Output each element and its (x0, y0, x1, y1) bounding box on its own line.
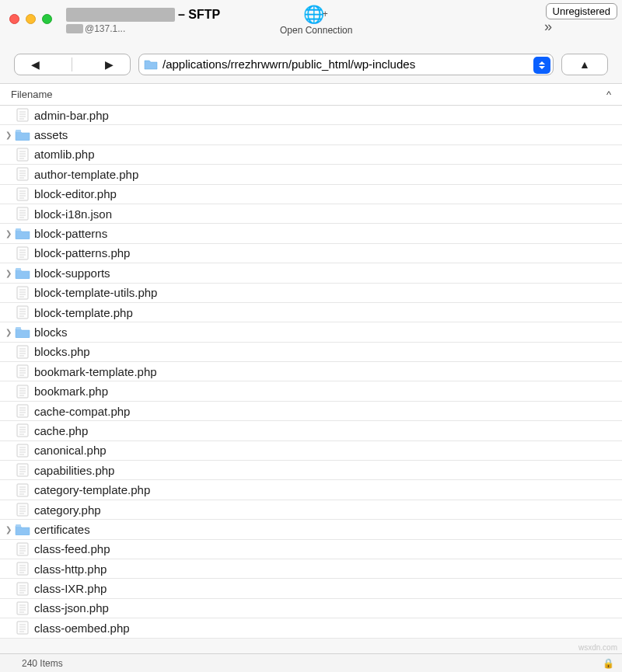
folder-icon (14, 129, 31, 141)
disclosure-triangle-icon[interactable]: ❯ (3, 525, 14, 534)
file-row[interactable]: ❯block-supports (0, 263, 622, 283)
svg-rect-38 (17, 306, 28, 319)
file-icon (14, 562, 31, 576)
file-name: block-editor.php (31, 187, 117, 200)
navigation-toolbar: ◀ ▶ ▲ (0, 50, 622, 84)
file-name: cache-compat.php (31, 405, 130, 418)
file-row[interactable]: class-json.php (0, 599, 622, 618)
file-row[interactable]: class-oembed.php (0, 618, 622, 638)
go-up-button[interactable]: ▲ (561, 54, 608, 75)
file-row[interactable]: cache-compat.php (0, 402, 622, 421)
file-name: certificates (31, 523, 90, 536)
file-name: block-template.php (31, 306, 133, 319)
file-icon (14, 305, 31, 319)
open-connection-button[interactable]: 🌐+ Open Connection (280, 5, 352, 36)
file-row[interactable]: block-template-utils.php (0, 284, 622, 303)
svg-rect-105 (17, 602, 28, 615)
file-name: block-patterns (31, 227, 107, 240)
file-icon (14, 385, 31, 399)
toolbar-overflow-button[interactable]: » (544, 19, 552, 35)
status-bar: 240 Items 🔒 (0, 653, 622, 672)
file-row[interactable]: admin-bar.php (0, 106, 622, 125)
disclosure-triangle-icon[interactable]: ❯ (3, 328, 14, 336)
svg-rect-27 (17, 247, 28, 259)
connection-name-redacted (66, 8, 175, 22)
svg-rect-21 (17, 207, 28, 220)
file-row[interactable]: block-i18n.json (0, 204, 622, 224)
path-bar[interactable] (138, 54, 554, 75)
folder-icon (14, 267, 31, 279)
file-row[interactable]: class-IXR.php (0, 579, 622, 598)
back-button[interactable]: ◀ (31, 58, 40, 71)
file-row[interactable]: ❯block-patterns (0, 224, 622, 243)
svg-rect-90 (17, 543, 28, 555)
path-input[interactable] (162, 57, 548, 71)
svg-rect-84 (17, 503, 28, 516)
file-row[interactable]: ❯certificates (0, 520, 622, 539)
file-row[interactable]: bookmark.php (0, 381, 622, 401)
folder-icon (14, 228, 31, 239)
file-row[interactable]: blocks.php (0, 343, 622, 362)
file-name: class-oembed.php (31, 622, 130, 635)
file-name: block-i18n.json (31, 207, 112, 221)
sort-indicator-icon[interactable]: ^ (606, 89, 611, 100)
folder-icon (14, 326, 31, 338)
file-icon (14, 148, 31, 162)
file-row[interactable]: category.php (0, 500, 622, 520)
svg-rect-11 (17, 168, 28, 180)
disclosure-triangle-icon[interactable]: ❯ (3, 131, 14, 139)
svg-rect-69 (17, 444, 28, 457)
svg-rect-95 (17, 562, 28, 575)
titlebar: – SFTP @137.1... 🌐+ Open Connection » Un… (0, 0, 622, 50)
file-name: block-template-utils.php (31, 286, 157, 299)
file-row[interactable]: author-template.php (0, 165, 622, 184)
file-row[interactable]: category-template.php (0, 480, 622, 500)
file-name: bookmark.php (31, 385, 108, 398)
file-row[interactable]: block-editor.php (0, 185, 622, 204)
file-name: class-IXR.php (31, 582, 107, 595)
file-row[interactable]: class-http.php (0, 559, 622, 579)
file-row[interactable]: class-feed.php (0, 540, 622, 559)
unregistered-badge[interactable]: Unregistered (546, 3, 617, 19)
maximize-window-button[interactable] (42, 14, 52, 24)
file-row[interactable]: atomlib.php (0, 145, 622, 165)
file-row[interactable]: ❯assets (0, 125, 622, 144)
item-count: 240 Items (22, 658, 63, 669)
file-name: admin-bar.php (31, 109, 109, 122)
file-name: category.php (31, 503, 101, 517)
file-name: class-feed.php (31, 542, 110, 555)
svg-rect-26 (16, 228, 21, 231)
forward-button[interactable]: ▶ (105, 58, 114, 71)
file-list[interactable]: admin-bar.php❯assetsatomlib.phpauthor-te… (0, 106, 622, 639)
disclosure-triangle-icon[interactable]: ❯ (3, 229, 14, 238)
svg-rect-79 (17, 484, 28, 496)
svg-rect-64 (17, 424, 28, 437)
file-icon (14, 542, 31, 556)
file-row[interactable]: capabilities.php (0, 461, 622, 480)
column-header[interactable]: Filename ^ (0, 84, 622, 106)
file-name: atomlib.php (31, 148, 95, 161)
file-row[interactable]: block-template.php (0, 303, 622, 322)
folder-icon (144, 59, 158, 70)
close-window-button[interactable] (9, 14, 19, 24)
svg-rect-59 (17, 405, 28, 417)
connection-protocol: – SFTP (178, 8, 220, 22)
connection-host: @137.1... (85, 23, 125, 34)
file-name: canonical.php (31, 444, 107, 457)
file-row[interactable]: block-patterns.php (0, 244, 622, 263)
file-name: blocks.php (31, 345, 90, 358)
window-controls (9, 14, 52, 24)
file-row[interactable]: bookmark-template.php (0, 362, 622, 381)
svg-rect-49 (17, 365, 28, 378)
file-row[interactable]: cache.php (0, 421, 622, 440)
file-row[interactable]: canonical.php (0, 441, 622, 461)
disclosure-triangle-icon[interactable]: ❯ (3, 269, 14, 277)
svg-rect-74 (17, 464, 28, 476)
nav-separator (72, 57, 72, 71)
globe-plus-icon: 🌐+ (303, 5, 330, 24)
column-filename[interactable]: Filename (11, 89, 52, 100)
svg-rect-54 (17, 385, 28, 398)
path-dropdown-button[interactable] (533, 57, 550, 74)
minimize-window-button[interactable] (26, 14, 36, 24)
file-row[interactable]: ❯blocks (0, 322, 622, 342)
